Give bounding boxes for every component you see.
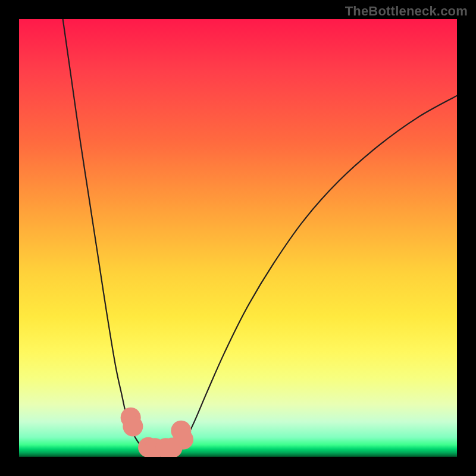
curve-layer (19, 19, 457, 457)
bottleneck-curve (63, 19, 457, 449)
m8 (162, 438, 183, 458)
watermark-text: TheBottleneck.com (345, 4, 468, 19)
chart-frame: TheBottleneck.com (0, 0, 476, 476)
curve-markers (121, 408, 193, 457)
plot-area (19, 19, 457, 457)
m2 (123, 416, 143, 436)
